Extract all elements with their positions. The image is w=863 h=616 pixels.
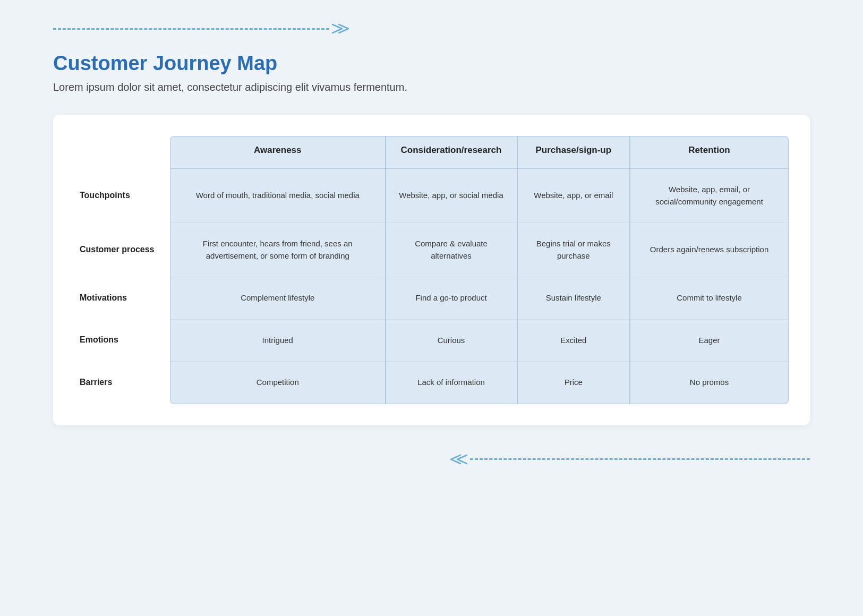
table-row: Motivations Complement lifestyle Find a … [74,277,789,319]
row-label-touchpoints: Touchpoints [74,168,170,223]
cell-customer-process-awareness: First encounter, hears from friend, sees… [170,223,386,277]
cell-touchpoints-retention: Website, app, email, or social/community… [630,168,789,223]
cell-emotions-awareness: Intrigued [170,319,386,362]
cell-barriers-awareness: Competition [170,361,386,404]
cell-barriers-retention: No promos [630,361,789,404]
table-body: Touchpoints Word of mouth, traditional m… [74,168,789,404]
cell-barriers-purchase: Price [517,361,630,404]
row-label-motivations: Motivations [74,277,170,319]
table-row: Emotions Intrigued Curious Excited Eager [74,319,789,362]
arrow-right-icon [331,21,355,36]
col-header-retention: Retention [630,136,789,168]
row-label-emotions: Emotions [74,319,170,362]
bottom-dashed-arrow [53,452,810,467]
cell-touchpoints-consideration: Website, app, or social media [386,168,517,223]
table-row: Barriers Competition Lack of information… [74,361,789,404]
cell-motivations-purchase: Sustain lifestyle [517,277,630,319]
cell-customer-process-purchase: Begins trial or makes purchase [517,223,630,277]
page-title: Customer Journey Map [53,52,810,75]
cell-emotions-consideration: Curious [386,319,517,362]
dashed-line-bottom [470,458,810,460]
page-container: Customer Journey Map Lorem ipsum dolor s… [0,0,863,499]
cell-motivations-consideration: Find a go-to product [386,277,517,319]
cell-barriers-consideration: Lack of information [386,361,517,404]
main-card: Awareness Consideration/research Purchas… [53,115,810,425]
col-header-empty [74,136,170,168]
col-header-purchase: Purchase/sign-up [517,136,630,168]
cell-motivations-awareness: Complement lifestyle [170,277,386,319]
row-label-barriers: Barriers [74,361,170,404]
arrow-left-icon [445,452,468,467]
top-dashed-arrow [53,21,810,36]
col-header-consideration: Consideration/research [386,136,517,168]
table-row: Touchpoints Word of mouth, traditional m… [74,168,789,223]
row-label-customer-process: Customer process [74,223,170,277]
cell-touchpoints-awareness: Word of mouth, traditional media, social… [170,168,386,223]
cell-touchpoints-purchase: Website, app, or email [517,168,630,223]
cell-customer-process-consideration: Compare & evaluate alternatives [386,223,517,277]
dashed-line-top [53,28,329,30]
journey-table: Awareness Consideration/research Purchas… [74,136,789,404]
page-subtitle: Lorem ipsum dolor sit amet, consectetur … [53,81,810,93]
cell-customer-process-retention: Orders again/renews subscription [630,223,789,277]
column-headers-row: Awareness Consideration/research Purchas… [74,136,789,168]
cell-emotions-purchase: Excited [517,319,630,362]
header: Customer Journey Map Lorem ipsum dolor s… [53,52,810,93]
table-row: Customer process First encounter, hears … [74,223,789,277]
cell-emotions-retention: Eager [630,319,789,362]
col-header-awareness: Awareness [170,136,386,168]
cell-motivations-retention: Commit to lifestyle [630,277,789,319]
